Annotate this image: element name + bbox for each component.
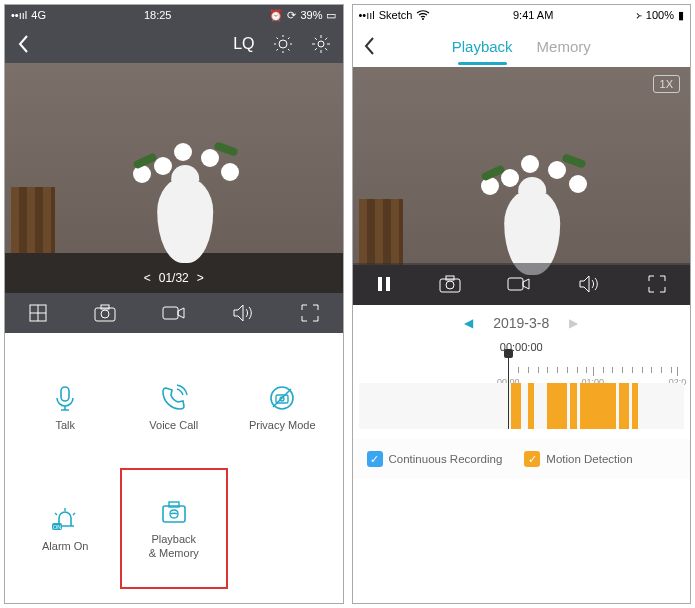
privacy-label: Privacy Mode bbox=[249, 419, 316, 432]
svg-point-29 bbox=[446, 281, 454, 289]
pager-next[interactable]: > bbox=[197, 271, 204, 285]
status-bar: ••ııl 4G 18:25 ⏰ ⟳ 39% ▭ bbox=[5, 5, 343, 25]
fullscreen-button[interactable] bbox=[647, 274, 667, 294]
playback-speed-button[interactable]: 1X bbox=[653, 75, 680, 93]
expand-icon bbox=[300, 303, 320, 323]
alarm-status-icon: ⏰ bbox=[269, 9, 283, 22]
orientation-lock-icon: ⟳ bbox=[287, 9, 296, 22]
voice-call-button[interactable]: Voice Call bbox=[120, 347, 229, 468]
live-top-bar: LQ bbox=[5, 25, 343, 63]
siren-icon: ON bbox=[49, 504, 81, 534]
brightness-button[interactable] bbox=[273, 34, 293, 54]
clock: 18:25 bbox=[144, 9, 172, 21]
signal-icon: ••ııl bbox=[359, 9, 375, 21]
chevron-left-icon bbox=[17, 34, 29, 54]
speaker-icon bbox=[232, 304, 254, 322]
decor bbox=[569, 175, 587, 193]
checkbox-checked-icon: ✓ bbox=[524, 451, 540, 467]
fullscreen-button[interactable] bbox=[300, 303, 320, 323]
svg-point-0 bbox=[279, 40, 287, 48]
date-prev-button[interactable]: ◀ bbox=[464, 316, 473, 330]
timeline[interactable]: 00:00 01:00 02:0 bbox=[353, 353, 691, 439]
playback-memory-button[interactable]: Playback & Memory bbox=[120, 468, 229, 589]
pager-prev[interactable]: < bbox=[144, 271, 151, 285]
signal-icon: ••ııl bbox=[11, 9, 27, 21]
live-view-screen: ••ııl 4G 18:25 ⏰ ⟳ 39% ▭ LQ bbox=[4, 4, 344, 604]
decor bbox=[201, 149, 219, 167]
pause-button[interactable] bbox=[376, 275, 392, 293]
svg-rect-17 bbox=[61, 387, 69, 401]
feature-grid: Talk Voice Call Privacy Mode ON Alarm On… bbox=[5, 333, 343, 603]
playback-control-bar bbox=[353, 263, 691, 305]
camera-icon bbox=[94, 304, 116, 322]
speaker-icon bbox=[578, 275, 600, 293]
playback-icon bbox=[158, 497, 190, 527]
playback-label: Playback & Memory bbox=[149, 533, 199, 559]
playback-top-bar: Playback Memory bbox=[353, 25, 691, 67]
date-selector: ◀ 2019-3-8 ▶ bbox=[353, 305, 691, 341]
svg-rect-27 bbox=[386, 277, 390, 291]
battery-icon: ▮ bbox=[678, 9, 684, 22]
timeline-panel: ◀ 2019-3-8 ▶ 00:00:00 00:00 01:00 02:0 bbox=[353, 305, 691, 603]
alarm-label: Alarm On bbox=[42, 540, 88, 553]
empty-slot bbox=[228, 468, 337, 589]
svg-line-7 bbox=[288, 38, 290, 40]
live-video-frame[interactable]: < 01/32 > bbox=[5, 63, 343, 293]
svg-point-25 bbox=[422, 18, 424, 20]
stream-quality-button[interactable]: LQ bbox=[233, 35, 254, 53]
decor bbox=[174, 143, 192, 161]
network-label: 4G bbox=[31, 9, 46, 21]
voice-call-label: Voice Call bbox=[149, 419, 198, 432]
privacy-mode-button[interactable]: Privacy Mode bbox=[228, 347, 337, 468]
svg-rect-26 bbox=[378, 277, 382, 291]
status-bar: ••ııl Sketch 9:41 AM ᚛ 100% ▮ bbox=[353, 5, 691, 25]
settings-button[interactable] bbox=[311, 34, 331, 54]
bluetooth-icon: ᚛ bbox=[636, 9, 642, 22]
timeline-legend: ✓ Continuous Recording ✓ Motion Detectio… bbox=[353, 439, 691, 479]
playback-screen: ••ııl Sketch 9:41 AM ᚛ 100% ▮ Playback M… bbox=[352, 4, 692, 604]
recording-segments bbox=[359, 383, 685, 429]
clock: 9:41 AM bbox=[513, 9, 553, 21]
continuous-checkbox[interactable]: ✓ Continuous Recording bbox=[367, 451, 503, 467]
current-timecode: 00:00:00 bbox=[353, 341, 691, 353]
motion-checkbox[interactable]: ✓ Motion Detection bbox=[524, 451, 632, 467]
pager-current: 01 bbox=[159, 271, 172, 285]
battery-pct: 100% bbox=[646, 9, 674, 21]
talk-button[interactable]: Talk bbox=[11, 347, 120, 468]
svg-line-6 bbox=[288, 49, 290, 51]
grid-icon bbox=[28, 303, 48, 323]
svg-point-9 bbox=[318, 41, 324, 47]
tab-memory[interactable]: Memory bbox=[537, 34, 591, 59]
camera-icon bbox=[439, 275, 461, 293]
multiview-button[interactable] bbox=[28, 303, 48, 323]
sound-button[interactable] bbox=[232, 304, 254, 322]
svg-line-8 bbox=[276, 49, 278, 51]
back-button[interactable] bbox=[363, 36, 375, 56]
gear-icon bbox=[311, 34, 331, 54]
snapshot-button[interactable] bbox=[94, 304, 116, 322]
timeline-playhead[interactable] bbox=[508, 353, 509, 429]
video-camera-icon bbox=[507, 275, 531, 293]
motion-label: Motion Detection bbox=[546, 453, 632, 465]
svg-point-14 bbox=[101, 310, 109, 318]
on-badge: ON bbox=[53, 523, 61, 529]
snapshot-button[interactable] bbox=[439, 275, 461, 293]
camera-pager: < 01/32 > bbox=[144, 271, 204, 285]
playback-video-frame[interactable]: 1X bbox=[353, 67, 691, 305]
alarm-on-button[interactable]: ON Alarm On bbox=[11, 468, 120, 589]
tab-playback[interactable]: Playback bbox=[452, 34, 513, 59]
video-camera-icon bbox=[162, 304, 186, 322]
date-next-button[interactable]: ▶ bbox=[569, 316, 578, 330]
selected-date[interactable]: 2019-3-8 bbox=[493, 315, 549, 331]
svg-rect-16 bbox=[163, 307, 178, 319]
chevron-left-icon bbox=[363, 36, 375, 56]
carrier-label: Sketch bbox=[379, 9, 413, 21]
sound-button[interactable] bbox=[578, 275, 600, 293]
record-button[interactable] bbox=[507, 275, 531, 293]
checkbox-checked-icon: ✓ bbox=[367, 451, 383, 467]
battery-icon: ▭ bbox=[326, 9, 336, 22]
live-control-bar bbox=[5, 293, 343, 333]
decor bbox=[154, 157, 172, 175]
back-button[interactable] bbox=[17, 34, 29, 54]
record-button[interactable] bbox=[162, 304, 186, 322]
